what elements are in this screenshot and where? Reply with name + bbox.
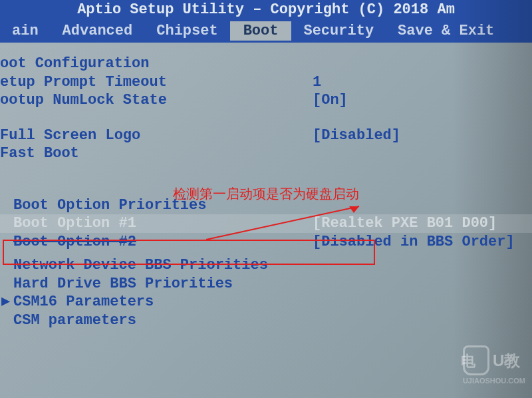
boot-option-1-row[interactable]: Boot Option #1 [Realtek PXE B01 D00] xyxy=(0,214,532,233)
numlock-label: ootup NumLock State xyxy=(0,91,167,110)
fast-boot-row[interactable]: Fast Boot xyxy=(0,144,532,163)
network-bbs-row[interactable]: Network Device BBS Priorities xyxy=(0,256,532,275)
setup-prompt-label: etup Prompt Timeout xyxy=(0,73,167,92)
menu-save-exit[interactable]: Save & Exit xyxy=(386,21,506,41)
full-screen-logo-value: [Disabled] xyxy=(313,126,400,145)
boot-priorities-header: Boot Option Priorities xyxy=(0,196,532,215)
full-screen-logo-label: Full Screen Logo xyxy=(0,126,140,145)
menu-boot[interactable]: Boot xyxy=(230,21,292,41)
boot-option-2-label: Boot Option #2 xyxy=(13,233,136,252)
full-screen-logo-row[interactable]: Full Screen Logo [Disabled] xyxy=(0,126,532,145)
boot-option-1-value: [Realtek PXE B01 D00] xyxy=(313,214,497,233)
setup-prompt-row[interactable]: etup Prompt Timeout 1 xyxy=(0,73,532,92)
fast-boot-label: Fast Boot xyxy=(0,144,79,163)
menu-bar: ain Advanced Chipset Boot Security Save … xyxy=(0,19,532,43)
csm16-label: CSM16 Parameters xyxy=(13,293,154,311)
csm-row[interactable]: CSM parameters xyxy=(0,311,532,330)
csm-label: CSM parameters xyxy=(13,311,136,330)
boot-config-header: oot Configuration xyxy=(0,55,532,73)
boot-priorities-label: Boot Option Priorities xyxy=(13,196,206,215)
bios-screen: Aptio Setup Utility – Copyright (C) 2018… xyxy=(0,0,532,398)
menu-chipset[interactable]: Chipset xyxy=(144,21,229,41)
hdd-bbs-label: Hard Drive BBS Priorities xyxy=(13,275,233,294)
triangle-right-icon: ▶ xyxy=(1,293,10,311)
title-text: Aptio Setup Utility – Copyright (C) 2018… xyxy=(77,1,455,18)
watermark-url: UJIAOSHOU.COM xyxy=(463,377,525,385)
csm16-row[interactable]: ▶ CSM16 Parameters xyxy=(0,293,532,311)
network-bbs-label: Network Device BBS Priorities xyxy=(13,256,268,275)
setup-prompt-value: 1 xyxy=(313,73,321,92)
numlock-row[interactable]: ootup NumLock State [On] xyxy=(0,91,532,110)
menu-security[interactable]: Security xyxy=(291,21,386,41)
boot-option-1-label: Boot Option #1 xyxy=(13,214,136,233)
shield-icon xyxy=(463,345,489,375)
menu-advanced[interactable]: Advanced xyxy=(51,21,145,41)
menu-main[interactable]: ain xyxy=(0,21,51,41)
watermark-brand: U教 xyxy=(493,350,520,371)
numlock-value: [On] xyxy=(313,91,348,110)
content-pane: oot Configuration etup Prompt Timeout 1 … xyxy=(0,43,532,329)
title-bar: Aptio Setup Utility – Copyright (C) 2018… xyxy=(0,0,532,19)
watermark-primary: U教 UJIAOSHOU.COM xyxy=(463,345,525,385)
hdd-bbs-row[interactable]: Hard Drive BBS Priorities xyxy=(0,275,532,294)
boot-option-2-row[interactable]: Boot Option #2 [Disabled in BBS Order] xyxy=(0,233,532,252)
boot-option-2-value: [Disabled in BBS Order] xyxy=(313,233,515,252)
